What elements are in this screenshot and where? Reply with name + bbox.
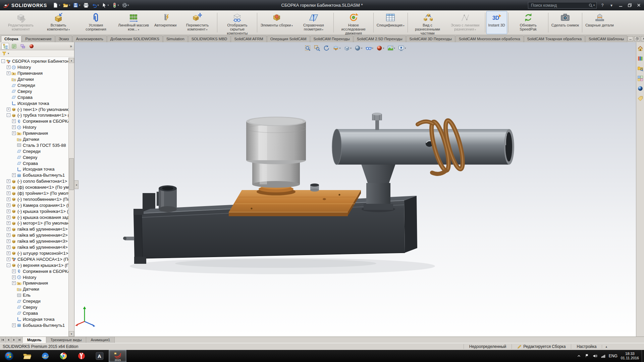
tree-expander-plus[interactable]: + — [12, 125, 16, 129]
view-palette-button[interactable] — [637, 75, 644, 82]
tree-item[interactable]: Датчики — [0, 76, 68, 82]
tab-4[interactable]: Добавления SOLIDWORKS — [107, 36, 163, 42]
model-tab-1[interactable]: Трехмерные виды — [46, 337, 87, 343]
tree-item[interactable]: +Сопряжения в СБОРКА го — [0, 268, 68, 274]
tree-item[interactable]: Датчики — [0, 286, 68, 292]
taskbar-letter-a-app[interactable]: А — [91, 350, 109, 362]
taskbar-solidworks-2015[interactable]: 2015 — [109, 350, 127, 362]
tree-expander-plus[interactable]: + — [7, 65, 10, 69]
tree-item[interactable]: +гайка мб удлиненная<4> (По — [0, 244, 68, 250]
tree-item[interactable]: Справа — [0, 160, 68, 166]
network-icon[interactable] — [601, 354, 605, 358]
filter-dropdown-caret-icon[interactable]: ▾ — [8, 52, 9, 55]
tree-expander-plus[interactable]: + — [7, 257, 10, 261]
ribbon-button-weldments[interactable]: Сварные детали — [583, 11, 616, 34]
close-button[interactable] — [635, 2, 642, 9]
design-library-button[interactable] — [637, 55, 644, 62]
tab-nav-next-button[interactable] — [11, 337, 17, 343]
edit-appearance-button[interactable]: ▾ — [376, 45, 385, 52]
dropdown-caret-icon[interactable]: ▾ — [59, 4, 60, 7]
tree-item[interactable]: +History — [0, 64, 68, 70]
tree-item[interactable]: +гайка мб удлиненная<1> (По — [0, 226, 68, 232]
volume-icon[interactable] — [593, 354, 597, 358]
minimize-button[interactable] — [617, 2, 624, 9]
funnel-icon[interactable] — [2, 51, 7, 56]
doc-close-button[interactable] — [641, 36, 644, 41]
restore-button[interactable] — [626, 2, 633, 9]
tree-expander-plus[interactable]: + — [7, 185, 10, 189]
tree-expander-minus[interactable]: - — [7, 263, 10, 267]
tree-expander-plus[interactable]: + — [7, 209, 10, 213]
appearances-button[interactable] — [637, 85, 644, 92]
tree-item[interactable]: +гайка мб удлиненная<3> (По — [0, 238, 68, 244]
tree-item[interactable]: +Бобышка-Вытянуть1 — [0, 322, 68, 328]
tree-item[interactable]: +(-) крышка основания задняя — [0, 214, 68, 220]
tree-item[interactable]: Справа — [0, 94, 68, 100]
tree-item[interactable]: +(-) теплообменник<1> (По ум — [0, 196, 68, 202]
help-dropdown-caret-icon[interactable]: ▾ — [608, 2, 615, 9]
tree-expander-minus[interactable]: - — [1, 59, 5, 63]
dropdown-caret-icon[interactable]: ▾ — [206, 28, 208, 31]
tab-13[interactable]: SolidCAM Токарная обработка — [524, 36, 585, 42]
babington-burner-3d-model[interactable] — [74, 42, 636, 337]
ribbon-button-linear-pattern[interactable]: Линейный массив ком...▾ — [115, 11, 152, 34]
tree-scrollbar[interactable]: ▲ ▼ — [68, 58, 74, 337]
tree-item[interactable]: +(ф) основание<1> (По умолч — [0, 184, 68, 190]
tree-expander-plus[interactable]: + — [12, 119, 16, 123]
dropdown-caret-icon[interactable]: ▾ — [68, 28, 70, 31]
tree-item[interactable]: +Сопряжения в СБОРКА го — [0, 118, 68, 124]
tree-expander-plus[interactable]: + — [7, 203, 10, 207]
clock[interactable]: 18:3301.11.2016 — [621, 352, 639, 360]
tab-0[interactable]: Сборка — [1, 36, 21, 42]
tab-9[interactable]: SolidCAM Переходы — [310, 36, 353, 42]
tab-1[interactable]: Расположение — [22, 36, 55, 42]
dropdown-caret-icon[interactable]: ▾ — [79, 4, 80, 7]
rebuild-button[interactable]: ▾ — [111, 2, 120, 9]
zoom-fit-button[interactable] — [304, 45, 311, 52]
show-desktop-button[interactable] — [642, 350, 644, 362]
tree-item[interactable]: -(-) трубка топливная<1> (По — [0, 112, 68, 118]
tab-2[interactable]: Эскиз — [55, 36, 72, 42]
action-center-flag-icon[interactable] — [585, 354, 589, 358]
ribbon-button-move-component[interactable]: Переместить компонент▾ — [178, 11, 216, 34]
tree-expander-plus[interactable]: + — [12, 131, 16, 135]
search-icon[interactable] — [588, 3, 593, 8]
tree-item[interactable]: +Примечания — [0, 130, 68, 136]
dropdown-caret-icon[interactable]: ▾ — [339, 47, 341, 50]
dropdown-caret-icon[interactable]: ▾ — [403, 24, 405, 27]
search-dropdown-caret-icon[interactable]: ▾ — [593, 4, 595, 7]
tree-expander-minus[interactable]: - — [7, 113, 10, 117]
dropdown-caret-icon[interactable]: ▾ — [405, 47, 406, 50]
ribbon-button-explode-sketch[interactable]: Эскиз с линиями разнесения▾ — [446, 11, 484, 34]
tab-8[interactable]: Операция SolidCAM — [267, 36, 310, 42]
status-custom-toolbar[interactable]: Настройка — [571, 344, 602, 349]
apply-scene-button[interactable]: ▾ — [387, 45, 395, 52]
tree-expander-plus[interactable]: + — [7, 191, 10, 195]
tree-item[interactable]: +History — [0, 124, 68, 130]
tree-item[interactable]: Ель — [0, 292, 68, 298]
dropdown-caret-icon[interactable]: ▾ — [128, 4, 129, 7]
file-explorer-button[interactable] — [637, 65, 644, 72]
taskbar-explorer[interactable] — [18, 350, 36, 362]
select-button[interactable]: ▾ — [101, 2, 110, 9]
custom-properties-button[interactable] — [637, 95, 644, 102]
ribbon-button-instant3d[interactable]: 3DInstant 3D — [486, 11, 507, 34]
tree-item[interactable]: Сверху — [0, 154, 68, 160]
tree-item[interactable]: +(-) штуцер тормозной<1> (П — [0, 250, 68, 256]
tree-expander-plus[interactable]: + — [7, 71, 10, 75]
graphics-area[interactable]: ▾▾▾▾▾▾▾ ◂ — [74, 42, 636, 337]
doc-restore-button[interactable] — [634, 36, 640, 41]
tree-item[interactable]: +(-) сопло бабинктона<1> (По — [0, 178, 68, 184]
tree-expander-plus[interactable]: + — [7, 245, 10, 249]
ribbon-button-assembly-features[interactable]: Элементы сборки▾ — [258, 11, 294, 34]
scrollbar-thumb[interactable] — [69, 158, 74, 190]
tab-3[interactable]: Анализировать — [72, 36, 106, 42]
tree-item[interactable]: Сталь 3 ГОСТ 535-88 — [0, 142, 68, 148]
tree-item[interactable]: +(-) мотор<1> (По умолчанию — [0, 220, 68, 226]
panel-collapse-button[interactable]: ◂ — [74, 180, 78, 189]
view-settings-button[interactable]: ▾ — [398, 45, 407, 52]
tab-nav-last-button[interactable] — [17, 337, 23, 343]
tree-item[interactable]: Сверху — [0, 304, 68, 310]
tree-item[interactable]: Датчики — [0, 136, 68, 142]
tree-item[interactable]: Справа — [0, 310, 68, 316]
